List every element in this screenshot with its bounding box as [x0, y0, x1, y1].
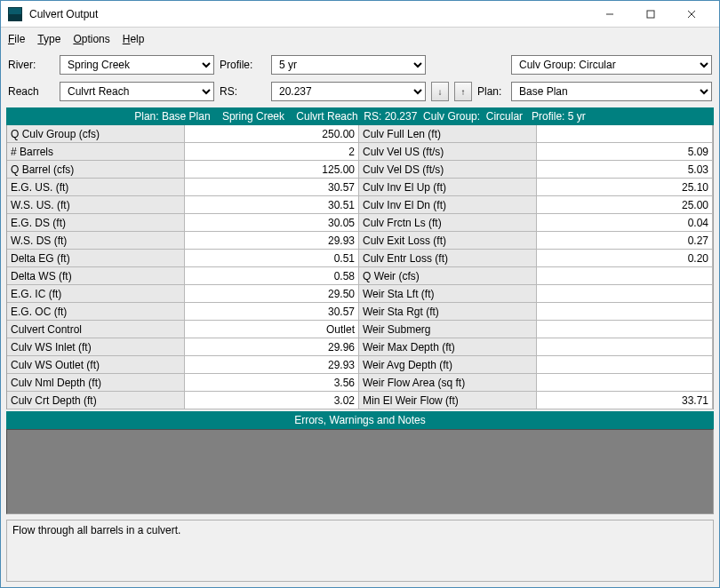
row-label-left: Delta EG (ft): [7, 250, 185, 267]
row-value-left[interactable]: 0.58: [185, 267, 359, 285]
row-value-right[interactable]: [537, 338, 713, 356]
table-row: E.G. OC (ft)30.57Weir Sta Rgt (ft): [7, 303, 713, 321]
messages-area[interactable]: [6, 429, 714, 514]
table-row: Q Barrel (cfs)125.00Culv Vel DS (ft/s)5.…: [7, 161, 713, 179]
row-label-left: Culv WS Inlet (ft): [7, 338, 185, 356]
rs-down-button[interactable]: ↓: [431, 82, 449, 101]
row-label-right: Culv Inv El Up (ft): [359, 179, 537, 196]
menu-file[interactable]: File: [8, 33, 25, 45]
row-label-left: Delta WS (ft): [7, 267, 185, 285]
row-value-left[interactable]: 29.93: [185, 232, 359, 250]
table-row: Delta EG (ft)0.51Culv Entr Loss (ft)0.20: [7, 250, 713, 267]
minimize-button[interactable]: [589, 2, 630, 27]
row-label-right: Culv Full Len (ft): [359, 125, 537, 143]
app-icon: [8, 7, 22, 21]
table-row: E.G. US. (ft)30.57Culv Inv El Up (ft)25.…: [7, 179, 713, 196]
row-value-right[interactable]: 0.27: [537, 232, 713, 250]
row-value-right[interactable]: [537, 303, 713, 321]
row-value-right[interactable]: 5.09: [537, 143, 713, 161]
table-row: Culv WS Outlet (ft)29.93Weir Avg Depth (…: [7, 356, 713, 374]
row-value-right[interactable]: 33.71: [537, 392, 713, 409]
river-label: River:: [8, 59, 54, 71]
menu-options[interactable]: Options: [73, 33, 109, 45]
table-row: Q Culv Group (cfs)250.00Culv Full Len (f…: [7, 125, 713, 143]
row-value-left[interactable]: 3.02: [185, 392, 359, 409]
close-icon: [687, 10, 696, 19]
row-value-left[interactable]: 29.50: [185, 285, 359, 303]
row-value-right[interactable]: [537, 356, 713, 374]
window-title: Culvert Output: [29, 8, 589, 20]
row-label-right: Weir Max Depth (ft): [359, 338, 537, 356]
row-label-left: E.G. US. (ft): [7, 179, 185, 196]
row-label-right: Weir Avg Depth (ft): [359, 356, 537, 374]
row-label-right: Weir Sta Rgt (ft): [359, 303, 537, 321]
river-select[interactable]: Spring Creek: [60, 55, 214, 75]
row-label-right: Culv Vel US (ft/s): [359, 143, 537, 161]
rs-label: RS:: [220, 85, 266, 98]
row-value-left[interactable]: 2: [185, 143, 359, 161]
row-label-left: W.S. US. (ft): [7, 196, 185, 214]
rs-up-button[interactable]: ↑: [454, 82, 472, 101]
row-label-left: W.S. DS (ft): [7, 232, 185, 250]
row-value-left[interactable]: 30.05: [185, 214, 359, 232]
row-value-left[interactable]: 29.96: [185, 338, 359, 356]
row-label-left: Culv Nml Depth (ft): [7, 374, 185, 392]
row-label-right: Q Weir (cfs): [359, 267, 537, 285]
svg-rect-1: [647, 11, 654, 18]
reach-select[interactable]: Culvrt Reach: [60, 82, 214, 101]
row-value-right[interactable]: [537, 374, 713, 392]
row-label-left: Q Barrel (cfs): [7, 161, 185, 179]
row-value-left[interactable]: 0.51: [185, 250, 359, 267]
profile-label: Profile:: [220, 59, 266, 71]
arrow-down-icon: ↓: [438, 87, 443, 97]
minimize-icon: [605, 10, 614, 19]
menu-help[interactable]: Help: [123, 33, 145, 45]
reach-label: Reach: [8, 85, 54, 98]
row-value-right[interactable]: [537, 267, 713, 285]
row-value-left[interactable]: 30.57: [185, 303, 359, 321]
row-label-left: Culv WS Outlet (ft): [7, 356, 185, 374]
plan-select[interactable]: Base Plan: [511, 82, 712, 101]
culv-group-select[interactable]: Culv Group: Circular: [511, 55, 712, 75]
row-label-right: Weir Flow Area (sq ft): [359, 374, 537, 392]
row-value-left[interactable]: 30.51: [185, 196, 359, 214]
row-label-left: Culv Crt Depth (ft): [7, 392, 185, 409]
row-value-right[interactable]: 0.04: [537, 214, 713, 232]
row-label-right: Culv Inv El Dn (ft): [359, 196, 537, 214]
table-row: Culv Crt Depth (ft)3.02Min El Weir Flow …: [7, 392, 713, 409]
profile-select[interactable]: 5 yr: [271, 55, 426, 75]
rs-select[interactable]: 20.237: [271, 82, 426, 101]
selector-panel: River: Spring Creek Profile: 5 yr Culv G…: [1, 51, 719, 102]
table-row: E.G. IC (ft)29.50Weir Sta Lft (ft): [7, 285, 713, 303]
maximize-icon: [646, 10, 655, 19]
row-value-left[interactable]: 3.56: [185, 374, 359, 392]
arrow-up-icon: ↑: [461, 87, 466, 97]
menu-type[interactable]: Type: [37, 33, 60, 45]
maximize-button[interactable]: [630, 2, 671, 27]
row-value-right[interactable]: 0.20: [537, 250, 713, 267]
row-value-right[interactable]: 5.03: [537, 161, 713, 179]
row-value-left[interactable]: 250.00: [185, 125, 359, 143]
window-controls: [589, 2, 712, 27]
row-label-right: Weir Sta Lft (ft): [359, 285, 537, 303]
row-value-right[interactable]: 25.00: [537, 196, 713, 214]
row-value-left[interactable]: 125.00: [185, 161, 359, 179]
status-bar: Flow through all barrels in a culvert.: [6, 520, 714, 582]
row-value-right[interactable]: [537, 321, 713, 338]
results-table: Q Culv Group (cfs)250.00Culv Full Len (f…: [6, 125, 714, 409]
table-row: W.S. US. (ft)30.51Culv Inv El Dn (ft)25.…: [7, 196, 713, 214]
row-value-right[interactable]: [537, 285, 713, 303]
plan-label: Plan:: [477, 85, 506, 98]
row-label-left: Q Culv Group (cfs): [7, 125, 185, 143]
table-row: W.S. DS (ft)29.93Culv Exit Loss (ft)0.27: [7, 232, 713, 250]
row-value-left[interactable]: 30.57: [185, 179, 359, 196]
row-label-right: Culv Vel DS (ft/s): [359, 161, 537, 179]
row-value-left[interactable]: 29.93: [185, 356, 359, 374]
close-button[interactable]: [671, 2, 712, 27]
row-label-right: Culv Frctn Ls (ft): [359, 214, 537, 232]
summary-banner: Plan: Base Plan Spring Creek Culvrt Reac…: [6, 107, 714, 125]
row-value-right[interactable]: [537, 125, 713, 143]
row-value-right[interactable]: 25.10: [537, 179, 713, 196]
messages-header: Errors, Warnings and Notes: [6, 411, 714, 429]
row-value-left[interactable]: Outlet: [185, 321, 359, 338]
